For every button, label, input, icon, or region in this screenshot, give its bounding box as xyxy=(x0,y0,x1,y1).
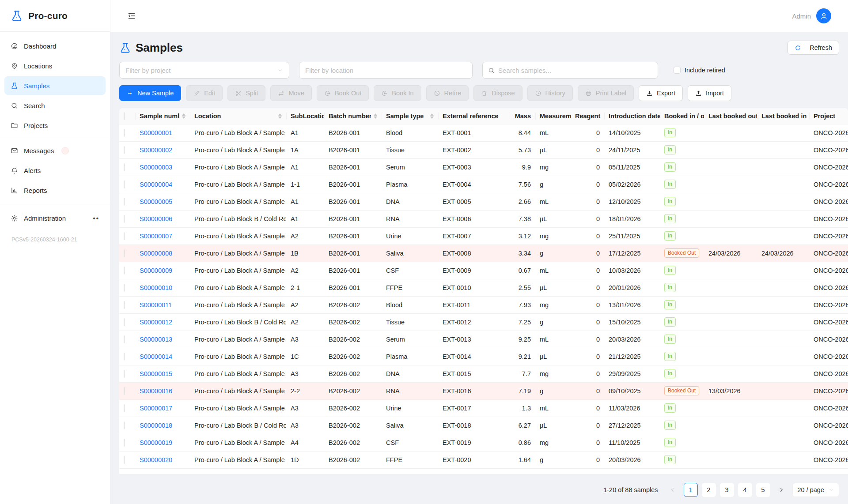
new-sample-button[interactable]: New Sample xyxy=(119,85,181,101)
table-card-footer xyxy=(119,469,848,474)
sample-link[interactable]: S00000020 xyxy=(140,456,172,463)
row-checkbox[interactable] xyxy=(124,146,125,154)
row-checkbox[interactable] xyxy=(124,421,125,429)
last-out-cell xyxy=(704,348,757,365)
sublocation-cell: A2 xyxy=(286,296,324,313)
type-cell: Tissue xyxy=(382,313,438,331)
table-row: S00000006Pro-curo / Lab Block B / Cold R… xyxy=(119,210,848,227)
sidebar-item-administration[interactable]: Administration •• xyxy=(4,209,106,227)
sidebar-item-projects[interactable]: Projects xyxy=(4,116,106,135)
last-in-cell xyxy=(757,365,809,382)
row-checkbox[interactable] xyxy=(124,284,125,292)
row-checkbox[interactable] xyxy=(124,353,125,361)
row-checkbox[interactable] xyxy=(124,215,125,223)
book-in-button[interactable]: Book In xyxy=(374,85,421,101)
sample-link[interactable]: S00000012 xyxy=(140,319,172,326)
row-checkbox[interactable] xyxy=(124,404,125,412)
sample-link[interactable]: S00000003 xyxy=(140,164,172,171)
sidebar-item-reports[interactable]: Reports xyxy=(4,181,106,199)
move-button[interactable]: Move xyxy=(270,85,311,101)
print-label-button[interactable]: Print Label xyxy=(578,85,634,101)
sample-link[interactable]: S00000005 xyxy=(140,198,172,205)
reagent-cell: 0 xyxy=(571,262,604,279)
sample-link[interactable]: S00000017 xyxy=(140,405,172,412)
row-checkbox[interactable] xyxy=(124,267,125,275)
page-button-5[interactable]: 5 xyxy=(756,483,770,497)
menu-fold-icon[interactable] xyxy=(127,11,136,20)
book-out-button[interactable]: Book Out xyxy=(317,85,369,101)
batch-cell: B2026-002 xyxy=(324,382,382,399)
prev-page-button[interactable] xyxy=(666,483,680,497)
page-button-4[interactable]: 4 xyxy=(738,483,752,497)
sidebar-item-search[interactable]: Search xyxy=(4,96,106,115)
row-checkbox[interactable] xyxy=(124,387,125,395)
ext-ref-cell: EXT-0006 xyxy=(438,210,509,227)
sidebar-item-dashboard[interactable]: Dashboard xyxy=(4,37,106,55)
page-size-select[interactable]: 20 / page xyxy=(792,483,839,497)
next-page-button[interactable] xyxy=(774,483,788,497)
sample-link[interactable]: S00000018 xyxy=(140,422,172,429)
row-checkbox[interactable] xyxy=(124,129,125,137)
row-select-cell xyxy=(119,296,135,313)
row-checkbox[interactable] xyxy=(124,439,125,447)
row-checkbox[interactable] xyxy=(124,232,125,240)
dispose-button[interactable]: Dispose xyxy=(473,85,522,101)
sample-link[interactable]: S00000011 xyxy=(140,301,172,308)
row-checkbox[interactable] xyxy=(124,249,125,257)
sidebar-item-alerts[interactable]: Alerts xyxy=(4,161,106,180)
measure-cell: µL xyxy=(535,210,571,227)
type-cell: Urine xyxy=(382,227,438,244)
column-header-sample-type[interactable]: Sample type xyxy=(382,108,438,124)
page-button-2[interactable]: 2 xyxy=(702,483,716,497)
reagent-cell: 0 xyxy=(571,158,604,176)
include-retired-checkbox[interactable] xyxy=(674,67,681,74)
sample-link[interactable]: S00000004 xyxy=(140,181,172,188)
user-menu[interactable]: Admin xyxy=(792,8,831,23)
select-all-checkbox[interactable] xyxy=(124,112,125,120)
export-button[interactable]: Export xyxy=(639,85,683,101)
booked-status-cell: In xyxy=(660,365,704,382)
retire-button[interactable]: Retire xyxy=(426,85,469,101)
sidebar-item-locations[interactable]: Locations xyxy=(4,56,106,75)
location-filter-select[interactable]: Filter by location xyxy=(299,62,473,79)
sample-link[interactable]: S00000007 xyxy=(140,233,172,240)
sample-link[interactable]: S00000014 xyxy=(140,353,172,360)
sample-link[interactable]: S00000013 xyxy=(140,336,172,343)
row-checkbox[interactable] xyxy=(124,335,125,343)
sample-link[interactable]: S00000001 xyxy=(140,129,172,136)
sample-link[interactable]: S00000016 xyxy=(140,387,172,395)
row-checkbox[interactable] xyxy=(124,318,125,326)
sample-link[interactable]: S00000015 xyxy=(140,370,172,377)
row-checkbox[interactable] xyxy=(124,181,125,188)
sample-link[interactable]: S00000019 xyxy=(140,439,172,446)
row-checkbox[interactable] xyxy=(124,370,125,378)
sidebar-item-samples[interactable]: Samples xyxy=(4,76,106,95)
row-checkbox[interactable] xyxy=(124,198,125,206)
avatar[interactable] xyxy=(816,8,831,23)
sidebar-item-label: Samples xyxy=(24,82,49,90)
page-button-1[interactable]: 1 xyxy=(684,483,698,497)
column-header-select-all[interactable] xyxy=(119,108,135,124)
edit-button[interactable]: Edit xyxy=(186,85,223,101)
column-header-location[interactable]: Location xyxy=(190,108,286,124)
split-button[interactable]: Split xyxy=(227,85,265,101)
column-header-sample-number[interactable]: Sample number xyxy=(135,108,190,124)
sample-link[interactable]: S00000009 xyxy=(140,267,172,274)
search-input[interactable] xyxy=(498,67,652,74)
sidebar-item-messages[interactable]: Messages xyxy=(4,141,106,160)
sample-link[interactable]: S00000008 xyxy=(140,250,172,257)
project-filter-select[interactable]: Filter by project xyxy=(119,62,289,79)
column-header-batch-number[interactable]: Batch number xyxy=(324,108,382,124)
sample-link[interactable]: S00000010 xyxy=(140,284,172,291)
import-button[interactable]: Import xyxy=(688,85,731,101)
page-button-3[interactable]: 3 xyxy=(720,483,734,497)
status-badge: In xyxy=(664,369,676,378)
sample-link[interactable]: S00000002 xyxy=(140,147,172,154)
row-checkbox[interactable] xyxy=(124,163,125,171)
refresh-button[interactable]: Refresh xyxy=(787,41,839,55)
row-checkbox[interactable] xyxy=(124,456,125,464)
toolbar: New SampleEditSplitMoveBook OutBook InRe… xyxy=(119,85,848,101)
sample-link[interactable]: S00000006 xyxy=(140,215,172,222)
row-checkbox[interactable] xyxy=(124,301,125,309)
history-button[interactable]: History xyxy=(527,85,573,101)
